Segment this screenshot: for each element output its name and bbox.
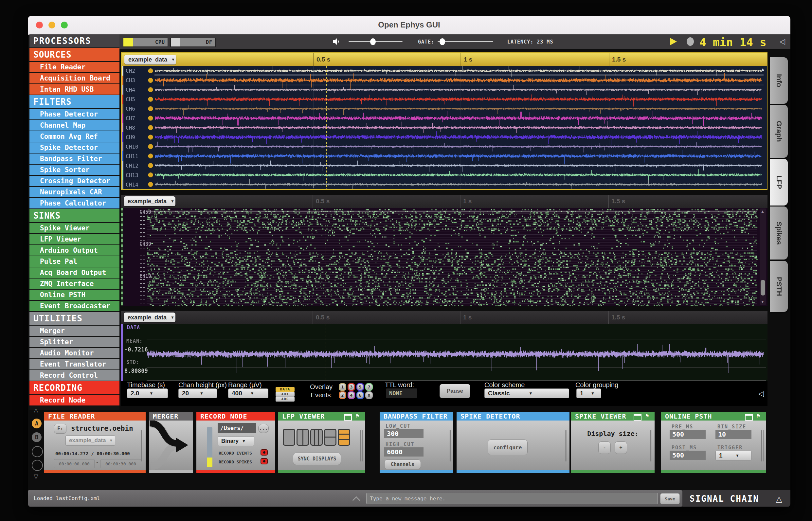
layout-two-col-button[interactable]: [296, 429, 309, 446]
channel-label[interactable]: CH4: [126, 87, 135, 93]
scroll-up-icon[interactable]: ▲: [761, 209, 765, 214]
play-button[interactable]: [670, 38, 677, 45]
viewport-tab-graph[interactable]: Graph: [770, 105, 788, 158]
controls-collapse-arrow[interactable]: ◁: [758, 389, 764, 398]
layout-three-row-button[interactable]: [338, 429, 350, 446]
channel-label[interactable]: CH7: [126, 115, 135, 121]
channel-label[interactable]: CH9: [126, 134, 135, 140]
sidebar-item-online-psth[interactable]: Online PSTH: [29, 290, 119, 300]
message-input[interactable]: [366, 493, 658, 504]
display-size-increase-button[interactable]: +: [615, 441, 627, 454]
module-drag-handle[interactable]: [650, 430, 653, 461]
module-drag-handle[interactable]: [761, 430, 764, 461]
scrollbar-thumb[interactable]: [761, 280, 765, 296]
display-size-decrease-button[interactable]: -: [598, 441, 611, 454]
module-bandpass-filter[interactable]: BANDPASS FILTER LOW_CUT 300 HIGH_CUT 600…: [380, 412, 453, 473]
bin-size-field[interactable]: 10: [716, 430, 751, 439]
volume-slider[interactable]: [348, 41, 403, 42]
open-window-icon[interactable]: [634, 414, 641, 421]
signal-type-tab-adc[interactable]: ADC: [276, 397, 295, 402]
end-time-field[interactable]: 00:00:30.000: [100, 459, 141, 468]
overlay-event-button-1[interactable]: 1: [339, 383, 346, 391]
record-engine-dropdown[interactable]: Binary▼: [218, 436, 254, 446]
sidebar-item-event-translator[interactable]: Event Translator: [29, 359, 119, 369]
module-title[interactable]: MERGER: [149, 412, 193, 421]
signal-type-tab-data[interactable]: DATA: [276, 387, 295, 392]
sidebar-item-bandpass-filter[interactable]: Bandpass Filter: [29, 154, 119, 164]
scroll-up-icon[interactable]: ▲: [761, 67, 765, 72]
range-dropdown[interactable]: 400▼: [228, 388, 268, 398]
channel-label[interactable]: CH11: [126, 153, 138, 159]
pre-ms-field[interactable]: 500: [670, 430, 706, 439]
record-spikes-toggle[interactable]: [261, 458, 268, 465]
module-title[interactable]: SPIKE VIEWER: [571, 412, 655, 421]
module-drag-handle[interactable]: [360, 430, 363, 461]
record-path-field[interactable]: /Users/: [218, 423, 256, 433]
toolbar-collapse-arrow[interactable]: ◁: [780, 37, 785, 46]
start-time-field[interactable]: 00:00:00.000: [54, 459, 95, 468]
chain-down-arrow[interactable]: ▽: [34, 473, 38, 480]
channel-label[interactable]: CH8: [126, 125, 135, 131]
sidebar-item-pulse-pal[interactable]: Pulse Pal: [29, 256, 119, 267]
chain-up-arrow[interactable]: △: [34, 407, 38, 414]
sidebar-item-merger[interactable]: Merger: [29, 325, 119, 336]
module-file-reader[interactable]: FILE READER F: structure.oebin example_d…: [44, 412, 145, 473]
low-cut-field[interactable]: 300: [384, 429, 424, 438]
layout-single-button[interactable]: [283, 429, 295, 446]
sidebar-item-acquisition-board[interactable]: Acquisition Board: [29, 73, 119, 84]
module-online-psth[interactable]: ONLINE PSTH ⚑ PRE_MS 500 BIN_SIZE 10 POS…: [661, 412, 766, 473]
pin-tab-icon[interactable]: ⚑: [645, 413, 649, 419]
stream-selector[interactable]: example_data ▼: [125, 55, 176, 65]
chain-slot-button[interactable]: [32, 446, 43, 457]
channel-label[interactable]: CH14: [126, 182, 138, 188]
pause-button[interactable]: Pause: [439, 384, 470, 398]
chevron-up-icon[interactable]: [352, 496, 360, 504]
raster-scrollbar[interactable]: ▲ ▼: [760, 208, 766, 305]
timebase-dropdown[interactable]: 2.0▼: [127, 388, 168, 398]
post-ms-field[interactable]: 500: [670, 451, 706, 460]
sidebar-item-crossing-detector[interactable]: Crossing Detector: [29, 176, 119, 186]
lfp-display-body[interactable]: ▲ CH2CH3CH4CH5CH6CH7CH8CH9CH10CH11CH12CH…: [122, 66, 767, 189]
module-title[interactable]: SPIKE DETECTOR: [456, 412, 569, 421]
sidebar-item-acq-board-output[interactable]: Acq Board Output: [29, 267, 119, 278]
sidebar-item-intan-rhd-usb[interactable]: Intan RHD USB: [29, 84, 119, 95]
sidebar-item-audio-monitor[interactable]: Audio Monitor: [29, 348, 119, 358]
viewport-tab-info[interactable]: Info: [770, 57, 788, 104]
channel-label[interactable]: CH2: [126, 68, 135, 74]
high-cut-field[interactable]: 6000: [384, 447, 424, 456]
browse-path-button[interactable]: ...: [258, 424, 269, 433]
chan-height-dropdown[interactable]: 20▼: [178, 388, 217, 398]
sidebar-item-splitter[interactable]: Splitter: [29, 337, 119, 347]
channels-button[interactable]: Channels: [384, 459, 421, 469]
overlay-event-button-4[interactable]: 4: [347, 391, 355, 399]
record-events-toggle[interactable]: [261, 449, 268, 456]
module-drag-handle[interactable]: [565, 430, 567, 461]
channel-label[interactable]: CH10: [126, 144, 138, 150]
color-scheme-dropdown[interactable]: Classic▼: [484, 388, 569, 398]
sidebar-item-spike-detector[interactable]: Spike Detector: [29, 142, 119, 153]
overlay-event-button-8[interactable]: 8: [365, 391, 373, 399]
sidebar-item-record-node[interactable]: Record Node: [29, 395, 119, 406]
overlay-event-button-7[interactable]: 7: [365, 383, 373, 391]
channel-label[interactable]: CH3: [126, 77, 135, 84]
file-stream-dropdown[interactable]: example_data▼: [65, 435, 115, 446]
signal-type-tab-aux[interactable]: AUX: [276, 392, 295, 397]
chain-a-button[interactable]: A: [32, 418, 42, 428]
sidebar-item-record-control[interactable]: Record Control: [29, 370, 119, 381]
module-spike-viewer[interactable]: SPIKE VIEWER ⚑ Display size: - +: [571, 412, 655, 473]
channel-label[interactable]: CH6: [126, 106, 135, 112]
chain-slot-button[interactable]: [32, 460, 43, 471]
channel-label[interactable]: CH13: [126, 172, 138, 178]
configure-button[interactable]: configure: [488, 439, 527, 455]
file-select-button[interactable]: F:: [54, 424, 66, 434]
overlay-event-button-5[interactable]: 5: [356, 383, 364, 391]
sidebar-item-spike-sorter[interactable]: Spike Sorter: [29, 165, 119, 175]
module-record-node[interactable]: RECORD NODE /Users/ ... Binary▼ RECORD E…: [196, 412, 275, 473]
pin-tab-icon[interactable]: ⚑: [757, 413, 761, 419]
gate-slider[interactable]: [437, 41, 493, 42]
module-lfp-viewer[interactable]: LFP VIEWER ⚑ SYNC DISPLAYS: [278, 412, 365, 473]
module-spike-detector[interactable]: SPIKE DETECTOR configure: [456, 412, 569, 473]
sidebar-item-arduino-output[interactable]: Arduino Output: [29, 245, 119, 255]
sidebar-item-file-reader[interactable]: File Reader: [29, 62, 119, 72]
channel-label[interactable]: CH5: [126, 96, 135, 103]
